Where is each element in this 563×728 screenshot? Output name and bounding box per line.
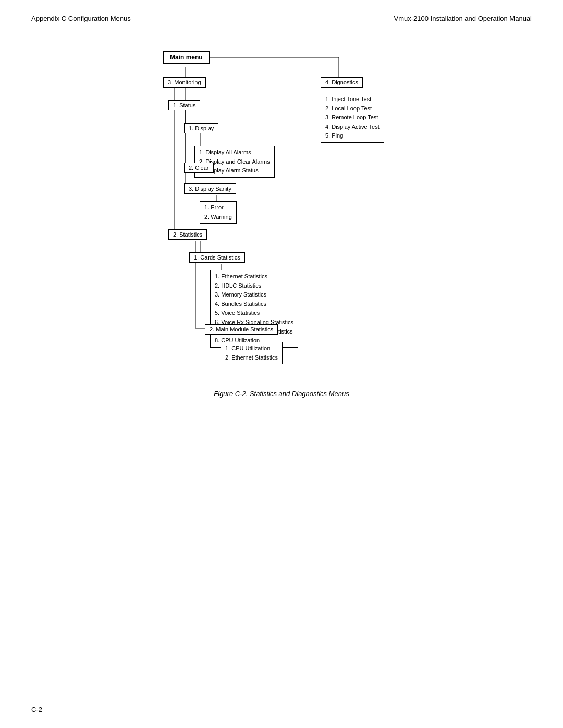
diagnostics-box: 4. Dignostics [321, 77, 363, 88]
cards-statistics-box: 1. Cards Statistics [189, 252, 245, 263]
tree-diagram: Main menu 3. Monitoring 4. Dignostics 1.… [83, 47, 480, 380]
main-module-items-box: 1. CPU Utilization 2. Ethernet Statistic… [221, 342, 283, 364]
header-right: Vmux-2100 Installation and Operation Man… [394, 15, 532, 22]
header-left: Appendix C Configuration Menus [31, 15, 131, 22]
monitoring-box: 3. Monitoring [163, 77, 206, 88]
diagram-area: Main menu 3. Monitoring 4. Dignostics 1.… [0, 31, 563, 429]
page-header: Appendix C Configuration Menus Vmux-2100… [0, 0, 563, 31]
display-box: 1. Display [184, 123, 218, 133]
display-sanity-box: 3. Display Sanity [184, 183, 236, 194]
statistics-box: 2. Statistics [168, 229, 207, 240]
figure-caption: Figure C-2. Statistics and Diagnostics M… [214, 390, 349, 398]
status-box: 1. Status [168, 100, 200, 110]
page-number: C-2 [31, 706, 42, 713]
clear-box: 2. Clear [184, 163, 214, 173]
cards-stat-items-box: 1. Ethernet Statistics 2. HDLC Statistic… [210, 270, 298, 348]
main-module-box: 2. Main Module Statistics [205, 324, 278, 335]
main-menu-box: Main menu [163, 51, 210, 64]
page-footer: C-2 [31, 701, 532, 713]
diagnostics-items-box: 1. Inject Tone Test 2. Local Loop Test 3… [321, 93, 384, 143]
sanity-items-box: 1. Error 2. Warning [200, 201, 237, 224]
